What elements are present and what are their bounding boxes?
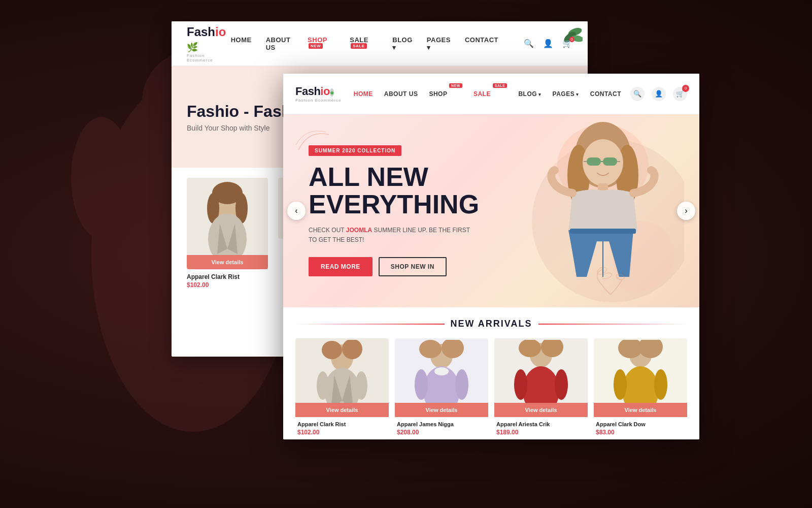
product-1-view-btn[interactable]: View details xyxy=(295,403,389,417)
read-more-button[interactable]: READ MORE xyxy=(309,257,373,276)
product-card-2: View details Apparel James Nigga $208.00 xyxy=(395,338,488,439)
svg-point-47 xyxy=(419,340,442,358)
search-icon[interactable]: 🔍 xyxy=(524,39,534,48)
back-nav-home[interactable]: HOME xyxy=(231,36,252,51)
svg-point-39 xyxy=(322,341,342,359)
front-logo-subtitle: Fashion Ecommerce xyxy=(295,98,341,103)
front-logo-text: Fashio● xyxy=(295,85,341,98)
products-grid: View details Apparel Clark Rist $102.00 xyxy=(295,338,687,439)
svg-point-65 xyxy=(654,369,667,400)
svg-point-59 xyxy=(555,369,568,400)
front-window: Fashio● Fashion Ecommerce HOME ABOUT US … xyxy=(283,74,699,439)
back-nav-shop[interactable]: SHOP NEW xyxy=(308,36,335,51)
product-1-info: Apparel Clark Rist $102.00 xyxy=(295,417,389,439)
back-product-1-name: Apparel Clark Rist xyxy=(187,273,268,280)
hero-description: CHECK OUT JOOMLA SUMMER LINE UP. BE THE … xyxy=(309,226,471,245)
back-nav-about[interactable]: ABOUT US xyxy=(266,36,293,51)
product-card-1: View details Apparel Clark Rist $102.00 xyxy=(295,338,389,439)
hero-buttons: READ MORE SHOP NEW IN xyxy=(309,257,471,276)
product-3-name: Apparel Ariesta Crik xyxy=(496,421,586,427)
back-nav: Fashio🌿 Fashion Ecommerce HOME ABOUT US … xyxy=(172,21,588,66)
new-arrivals-section: NEW ARRIVALS View details xyxy=(283,307,699,439)
back-nav-contact[interactable]: CONTACT xyxy=(465,36,498,51)
svg-point-36 xyxy=(601,272,613,280)
back-product-1-price: $102.00 xyxy=(187,281,268,289)
product-4-view-btn[interactable]: View details xyxy=(594,403,687,417)
front-nav-blog[interactable]: BLOG xyxy=(518,90,541,98)
hero-banner: SUMMER 2020 COLLECTION ALL NEW EVERYTHIN… xyxy=(283,114,699,307)
svg-point-35 xyxy=(596,266,607,276)
front-nav-contact[interactable]: CONTACT xyxy=(590,90,621,98)
front-user-icon[interactable]: 👤 xyxy=(652,87,666,101)
svg-point-52 xyxy=(434,367,449,375)
svg-point-37 xyxy=(616,273,625,281)
product-4-info: Apparel Clark Dow $83.00 xyxy=(594,417,687,439)
front-nav-home[interactable]: HOME xyxy=(354,90,373,98)
front-cart-icon[interactable]: 🛒 0 xyxy=(673,87,687,101)
product-2-info: Apparel James Nigga $208.00 xyxy=(395,417,488,439)
product-3-info: Apparel Ariesta Crik $189.00 xyxy=(494,417,588,439)
new-arrivals-title: NEW ARRIVALS xyxy=(295,319,687,329)
front-nav: Fashio● Fashion Ecommerce HOME ABOUT US … xyxy=(283,74,699,114)
carousel-prev-button[interactable]: ‹ xyxy=(287,202,306,220)
back-nav-sale[interactable]: SALE SALE xyxy=(350,36,378,51)
cart-icon[interactable]: 🛒0 xyxy=(562,39,572,48)
carousel-next-button[interactable]: › xyxy=(677,202,695,220)
product-4-name: Apparel Clark Dow xyxy=(596,421,685,427)
back-nav-icons: 🔍 👤 🛒0 xyxy=(524,39,572,48)
hero-badge: SUMMER 2020 COLLECTION xyxy=(309,145,401,156)
cart-count-badge: 0 xyxy=(682,85,689,92)
svg-point-45 xyxy=(355,371,367,400)
product-2-name: Apparel James Nigga xyxy=(397,421,486,427)
svg-point-44 xyxy=(317,371,329,400)
back-logo-subtitle: Fashion Ecommerce xyxy=(187,53,231,62)
svg-point-2 xyxy=(71,117,132,239)
product-2-view-btn[interactable]: View details xyxy=(395,403,488,417)
svg-rect-28 xyxy=(603,157,617,166)
front-nav-links: HOME ABOUT US SHOP NEW SALE SALE BLOG PA… xyxy=(354,90,621,98)
front-nav-shop[interactable]: SHOP NEW xyxy=(429,90,462,98)
back-product-1-view-btn[interactable]: View details xyxy=(187,255,268,269)
shop-new-button[interactable]: SHOP NEW IN xyxy=(379,257,447,276)
front-nav-icons: 🔍 👤 🛒 0 xyxy=(630,87,687,101)
back-product-1: View details Apparel Clark Rist $102.00 xyxy=(187,178,268,289)
front-nav-about[interactable]: ABOUT US xyxy=(384,90,418,98)
product-1-name: Apparel Clark Rist xyxy=(297,421,387,427)
product-2-price: $208.00 xyxy=(397,429,486,436)
product-card-3: View details Apparel Ariesta Crik $189.0… xyxy=(494,338,588,439)
front-nav-pages[interactable]: PAGES xyxy=(553,90,579,98)
product-3-view-btn[interactable]: View details xyxy=(494,403,588,417)
svg-point-51 xyxy=(455,369,468,400)
svg-rect-34 xyxy=(570,229,636,234)
product-4-price: $83.00 xyxy=(596,429,685,436)
svg-rect-27 xyxy=(587,157,601,166)
front-search-icon[interactable]: 🔍 xyxy=(630,87,645,101)
user-icon[interactable]: 👤 xyxy=(543,39,553,48)
back-nav-blog[interactable]: BLOG ▾ xyxy=(392,36,413,51)
hero-botanical-deco xyxy=(593,262,628,297)
back-nav-links: HOME ABOUT US SHOP NEW SALE SALE BLOG ▾ … xyxy=(231,36,498,51)
front-logo: Fashio● Fashion Ecommerce xyxy=(295,85,341,103)
hero-content: SUMMER 2020 COLLECTION ALL NEW EVERYTHIN… xyxy=(283,130,496,292)
svg-point-64 xyxy=(614,369,627,400)
front-nav-sale[interactable]: SALE SALE xyxy=(473,90,507,98)
hero-title: ALL NEW EVERYTHING xyxy=(309,163,471,218)
product-3-price: $189.00 xyxy=(496,429,586,436)
product-card-4: View details Apparel Clark Dow $83.00 xyxy=(594,338,687,439)
product-1-price: $102.00 xyxy=(297,429,387,436)
back-nav-pages[interactable]: PAGES ▾ xyxy=(427,36,451,51)
svg-point-58 xyxy=(514,369,527,400)
svg-point-50 xyxy=(415,369,428,400)
